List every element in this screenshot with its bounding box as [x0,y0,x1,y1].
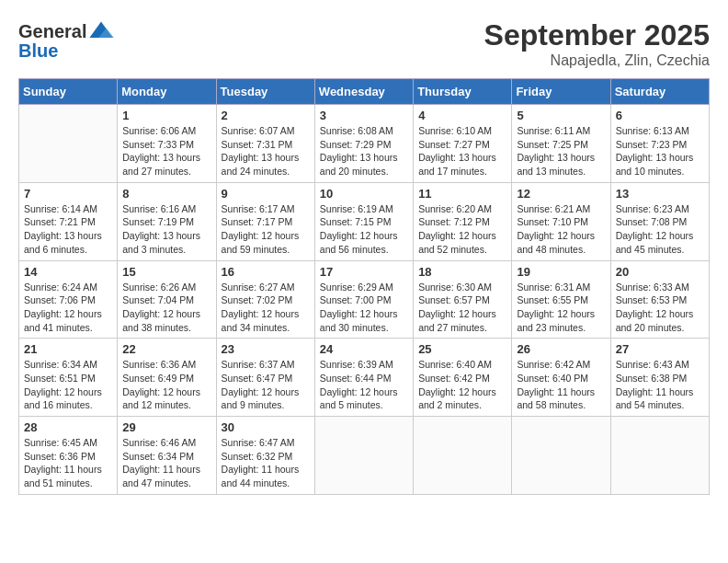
calendar-cell: 2Sunrise: 6:07 AM Sunset: 7:31 PM Daylig… [216,105,314,183]
day-info: Sunrise: 6:36 AM Sunset: 6:49 PM Dayligh… [122,358,210,412]
day-number: 20 [616,265,704,279]
day-number: 1 [122,109,210,122]
day-info: Sunrise: 6:20 AM Sunset: 7:12 PM Dayligh… [418,202,506,257]
day-info: Sunrise: 6:16 AM Sunset: 7:19 PM Dayligh… [122,202,210,257]
calendar-header-row: SundayMondayTuesdayWednesdayThursdayFrid… [19,79,710,105]
day-info: Sunrise: 6:06 AM Sunset: 7:33 PM Dayligh… [122,124,210,178]
logo-icon [88,18,114,44]
day-number: 23 [222,342,310,356]
calendar-week-row: 14Sunrise: 6:24 AM Sunset: 7:06 PM Dayli… [19,260,710,339]
calendar-week-row: 21Sunrise: 6:34 AM Sunset: 6:51 PM Dayli… [19,339,710,417]
day-number: 28 [24,420,112,434]
day-info: Sunrise: 6:33 AM Sunset: 6:53 PM Dayligh… [616,281,704,335]
title-block: September 2025 Napajedla, Zlin, Czechia [484,18,710,69]
day-info: Sunrise: 6:14 AM Sunset: 7:21 PM Dayligh… [24,202,112,257]
day-info: Sunrise: 6:43 AM Sunset: 6:38 PM Dayligh… [616,358,704,412]
day-number: 25 [418,342,506,356]
page-title: September 2025 [484,18,710,52]
calendar-cell: 16Sunrise: 6:27 AM Sunset: 7:02 PM Dayli… [216,260,314,339]
day-number: 24 [320,342,408,356]
weekday-header: Monday [118,79,216,105]
day-info: Sunrise: 6:07 AM Sunset: 7:31 PM Dayligh… [222,124,310,178]
day-info: Sunrise: 6:13 AM Sunset: 7:23 PM Dayligh… [616,124,704,178]
day-number: 6 [616,109,704,122]
day-number: 8 [122,187,210,201]
page-subtitle: Napajedla, Zlin, Czechia [484,52,710,69]
calendar-cell: 24Sunrise: 6:39 AM Sunset: 6:44 PM Dayli… [314,339,413,417]
day-info: Sunrise: 6:39 AM Sunset: 6:44 PM Dayligh… [320,358,408,412]
day-number: 16 [222,265,310,279]
day-number: 26 [517,342,605,356]
calendar-cell: 15Sunrise: 6:26 AM Sunset: 7:04 PM Dayli… [118,260,216,339]
day-number: 27 [616,342,704,356]
day-info: Sunrise: 6:40 AM Sunset: 6:42 PM Dayligh… [418,358,506,412]
day-number: 13 [616,187,704,201]
day-info: Sunrise: 6:37 AM Sunset: 6:47 PM Dayligh… [222,358,310,412]
calendar-cell: 29Sunrise: 6:46 AM Sunset: 6:34 PM Dayli… [118,417,216,495]
day-number: 10 [320,187,408,201]
calendar-cell [414,417,512,495]
day-info: Sunrise: 6:19 AM Sunset: 7:15 PM Dayligh… [320,202,408,257]
day-number: 14 [24,265,112,279]
calendar-cell [314,417,413,495]
day-number: 29 [122,420,210,434]
day-number: 2 [222,109,310,122]
calendar-cell: 26Sunrise: 6:42 AM Sunset: 6:40 PM Dayli… [512,339,610,417]
calendar-cell: 28Sunrise: 6:45 AM Sunset: 6:36 PM Dayli… [19,417,118,495]
day-info: Sunrise: 6:45 AM Sunset: 6:36 PM Dayligh… [24,436,112,490]
calendar-cell: 12Sunrise: 6:21 AM Sunset: 7:10 PM Dayli… [512,182,610,260]
calendar-cell: 14Sunrise: 6:24 AM Sunset: 7:06 PM Dayli… [19,260,118,339]
day-info: Sunrise: 6:29 AM Sunset: 7:00 PM Dayligh… [320,281,408,335]
calendar-cell [19,105,118,183]
day-info: Sunrise: 6:26 AM Sunset: 7:04 PM Dayligh… [122,281,210,335]
calendar-week-row: 7Sunrise: 6:14 AM Sunset: 7:21 PM Daylig… [19,182,710,260]
day-info: Sunrise: 6:34 AM Sunset: 6:51 PM Dayligh… [24,358,112,412]
calendar-cell: 21Sunrise: 6:34 AM Sunset: 6:51 PM Dayli… [19,339,118,417]
calendar-cell: 3Sunrise: 6:08 AM Sunset: 7:29 PM Daylig… [314,105,413,183]
calendar-cell: 7Sunrise: 6:14 AM Sunset: 7:21 PM Daylig… [19,182,118,260]
day-info: Sunrise: 6:47 AM Sunset: 6:32 PM Dayligh… [222,436,310,490]
calendar-cell: 25Sunrise: 6:40 AM Sunset: 6:42 PM Dayli… [414,339,512,417]
calendar-cell: 1Sunrise: 6:06 AM Sunset: 7:33 PM Daylig… [118,105,216,183]
day-info: Sunrise: 6:17 AM Sunset: 7:17 PM Dayligh… [222,202,310,257]
day-info: Sunrise: 6:11 AM Sunset: 7:25 PM Dayligh… [517,124,605,178]
calendar-week-row: 1Sunrise: 6:06 AM Sunset: 7:33 PM Daylig… [19,105,710,183]
calendar-cell: 22Sunrise: 6:36 AM Sunset: 6:49 PM Dayli… [118,339,216,417]
day-info: Sunrise: 6:42 AM Sunset: 6:40 PM Dayligh… [517,358,605,412]
day-info: Sunrise: 6:08 AM Sunset: 7:29 PM Dayligh… [320,124,408,178]
calendar-cell: 9Sunrise: 6:17 AM Sunset: 7:17 PM Daylig… [216,182,314,260]
day-number: 3 [320,109,408,122]
calendar-cell: 13Sunrise: 6:23 AM Sunset: 7:08 PM Dayli… [610,182,709,260]
day-number: 4 [418,109,506,122]
calendar-cell [610,417,709,495]
calendar-table: SundayMondayTuesdayWednesdayThursdayFrid… [18,78,710,495]
calendar-cell: 6Sunrise: 6:13 AM Sunset: 7:23 PM Daylig… [610,105,709,183]
day-number: 11 [418,187,506,201]
day-info: Sunrise: 6:27 AM Sunset: 7:02 PM Dayligh… [222,281,310,335]
calendar-cell: 30Sunrise: 6:47 AM Sunset: 6:32 PM Dayli… [216,417,314,495]
calendar-cell: 17Sunrise: 6:29 AM Sunset: 7:00 PM Dayli… [314,260,413,339]
calendar-cell: 23Sunrise: 6:37 AM Sunset: 6:47 PM Dayli… [216,339,314,417]
weekday-header: Friday [512,79,610,105]
calendar-week-row: 28Sunrise: 6:45 AM Sunset: 6:36 PM Dayli… [19,417,710,495]
day-info: Sunrise: 6:31 AM Sunset: 6:55 PM Dayligh… [517,281,605,335]
day-info: Sunrise: 6:23 AM Sunset: 7:08 PM Dayligh… [616,202,704,257]
page-header: General Blue September 2025 Napajedla, Z… [18,18,710,69]
day-number: 18 [418,265,506,279]
weekday-header: Wednesday [314,79,413,105]
day-info: Sunrise: 6:46 AM Sunset: 6:34 PM Dayligh… [122,436,210,490]
weekday-header: Tuesday [216,79,314,105]
weekday-header: Saturday [610,79,709,105]
day-number: 5 [517,109,605,122]
day-info: Sunrise: 6:21 AM Sunset: 7:10 PM Dayligh… [517,202,605,257]
day-number: 30 [222,420,310,434]
calendar-cell: 5Sunrise: 6:11 AM Sunset: 7:25 PM Daylig… [512,105,610,183]
day-number: 9 [222,187,310,201]
day-number: 12 [517,187,605,201]
day-number: 15 [122,265,210,279]
calendar-cell: 18Sunrise: 6:30 AM Sunset: 6:57 PM Dayli… [414,260,512,339]
day-number: 19 [517,265,605,279]
day-number: 7 [24,187,112,201]
calendar-cell: 27Sunrise: 6:43 AM Sunset: 6:38 PM Dayli… [610,339,709,417]
day-number: 21 [24,342,112,356]
